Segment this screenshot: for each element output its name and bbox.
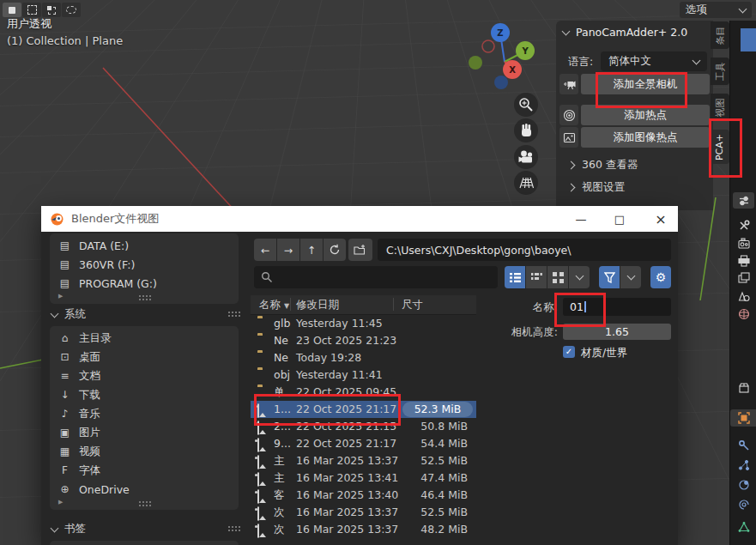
refresh-button[interactable] [324,239,346,261]
resize-handle-icon[interactable] [139,295,141,297]
forward-button[interactable]: → [277,239,299,261]
name-input[interactable]: 01 [563,298,671,316]
tab-physics[interactable] [730,476,756,494]
sidebar-system-item[interactable]: ▦ 视频 [50,442,239,461]
horizontal-list-button[interactable] [526,266,547,288]
add-pano-camera-button[interactable]: 添加全景相机 [581,74,710,94]
add-hotspot-button[interactable]: 添加热点 [581,105,710,125]
language-select[interactable]: 简体中文 [601,51,707,71]
tab-object[interactable] [730,409,756,427]
sidebar-system-item[interactable]: ≡ 文档 [50,366,239,385]
editor-type-button[interactable] [733,192,754,209]
volumes-list: ▤ DATA (E:) ▤ 360VR (F:) ▤ PROGRAM (G:) [50,233,239,293]
settings-button[interactable]: ⚙ [650,266,671,288]
panel-header[interactable]: PanoCamAdder+ 2.0 [563,26,687,39]
add-image-hotspot-button[interactable]: 添加图像热点 [581,127,710,148]
sidebar-system-item[interactable]: ↓ 下载 [50,385,239,404]
camera-view-button[interactable] [514,145,538,169]
sidebar-system-item[interactable]: ⊕ OneDrive [50,480,239,499]
close-button[interactable]: × [646,206,675,232]
sidebar-volume-item[interactable]: ▤ 360VR (F:) [50,255,239,274]
filter-button[interactable] [599,266,620,288]
file-row[interactable]: 单 22 Oct 2025 09:45 [251,384,476,401]
expand-triangle-icon[interactable]: ▶ [58,293,63,300]
column-name[interactable]: 名称 ▼ [259,298,289,312]
section-view-settings[interactable]: 视图设置 [568,180,625,195]
zoom-button[interactable] [514,93,538,117]
navigation-gizmo[interactable]: Z Y X [463,21,549,94]
file-row[interactable]: Ne Today 19:28 [251,349,476,366]
dialog-titlebar[interactable]: Blender文件视图 — □ × [41,206,678,232]
circle-select-button[interactable] [42,3,61,17]
tab-object-data[interactable] [730,518,756,536]
sidebar-system-item[interactable]: ⌂ 主目录 [50,329,239,348]
tab-scene[interactable] [730,288,756,305]
bookmarks-section-header[interactable]: 书签 [51,522,86,536]
camera-height-field[interactable]: 1.65 [563,324,671,340]
sidebar-volume-item[interactable]: ▤ DATA (E:) [50,236,239,255]
file-row[interactable]: 1... 22 Oct 2025 21:17 52.3 MiB [251,401,476,418]
options-dropdown[interactable]: 选项 [680,2,752,18]
search-input[interactable] [254,266,498,288]
thumbnail-view-button[interactable] [547,266,568,288]
section-360-viewer[interactable]: 360 查看器 [568,158,638,173]
material-world-checkbox[interactable]: ✓ [563,346,575,358]
resize-handle-icon[interactable] [228,312,230,313]
perspective-toggle-button[interactable] [514,171,538,195]
file-row[interactable]: 主 16 Mar 2025 13:37 52.5 MiB [251,452,476,469]
path-field[interactable]: C:\Users\CXJ\Desktop\gong\baoye\ [378,239,671,261]
minimize-button[interactable]: — [566,206,596,232]
sidebar-volume-item[interactable]: ▤ PROGRAM (G:) [50,274,239,293]
new-folder-icon [354,244,367,256]
tab-output[interactable] [730,252,756,269]
vertical-list-button[interactable] [505,266,525,288]
tab-constraints[interactable] [730,496,756,513]
file-row[interactable]: 主 16 Mar 2025 13:41 47.4 MiB [251,469,476,487]
language-value: 简体中文 [608,54,651,69]
tab-world[interactable] [730,306,756,323]
volumes-box: ▤ DATA (E:) ▤ 360VR (F:) ▤ PROGRAM (G:) … [50,233,239,304]
up-button[interactable]: ↑ [300,239,323,261]
tab-particles[interactable] [730,457,756,474]
column-size[interactable]: 尺寸 [402,298,423,312]
sidebar-tab[interactable]: 条目 [711,21,729,49]
maximize-button[interactable]: □ [605,206,634,232]
column-date[interactable]: 修改日期 [296,298,339,312]
sidebar-tab[interactable]: 工具 [711,58,729,85]
file-row[interactable]: 9... 22 Oct 2025 21:17 54.4 MiB [251,435,476,452]
box-select-button[interactable] [22,3,41,17]
hotspot-icon [559,105,578,125]
file-row[interactable]: 客 16 Mar 2025 13:40 46.4 MiB [251,487,476,504]
tab-modifiers[interactable] [730,437,756,454]
filter-settings-dropdown[interactable] [620,266,641,288]
sidebar-system-item[interactable]: ♪ 音乐 [50,404,239,423]
expand-triangle-icon[interactable]: ▶ [58,499,63,506]
documents-icon: ≡ [58,370,71,382]
new-folder-button[interactable] [348,239,372,261]
lasso-select-button[interactable] [62,3,81,17]
box-select-icon [27,5,37,15]
display-settings-dropdown[interactable] [569,266,590,288]
sidebar-system-item[interactable]: ▣ 图片 [50,423,239,442]
tab-view-layer[interactable] [730,269,756,287]
resize-handle-icon[interactable] [228,526,230,528]
tweak-select-button[interactable] [3,3,21,17]
nav-button-group: ← → ↑ [254,239,346,261]
pan-button[interactable] [514,118,538,142]
file-row[interactable]: Ne 23 Oct 2025 21:23 [251,332,476,349]
tab-collection[interactable] [730,379,756,397]
tab-render[interactable] [730,235,756,252]
file-row[interactable]: glb Yesterday 11:45 [251,315,476,332]
sidebar-tab[interactable]: PCA+ [711,130,729,164]
sidebar-system-item[interactable]: F 字体 [50,461,239,480]
sidebar-system-item[interactable]: ⊡ 桌面 [50,348,239,366]
back-button[interactable]: ← [254,239,276,261]
file-row[interactable]: obj Yesterday 11:41 [251,366,476,384]
sidebar-tab[interactable]: 视图 [711,94,729,121]
file-row[interactable]: 2... 22 Oct 2025 21:15 50.8 MiB [251,418,476,435]
tab-tool[interactable] [730,217,756,234]
file-row[interactable]: 次 16 Mar 2025 13:37 52.5 MiB [251,504,476,521]
file-row[interactable]: 次 16 Mar 2025 13:37 48.2 MiB [251,521,476,538]
system-section-header[interactable]: 系统 [51,307,86,322]
resize-handle-icon[interactable] [139,501,141,503]
